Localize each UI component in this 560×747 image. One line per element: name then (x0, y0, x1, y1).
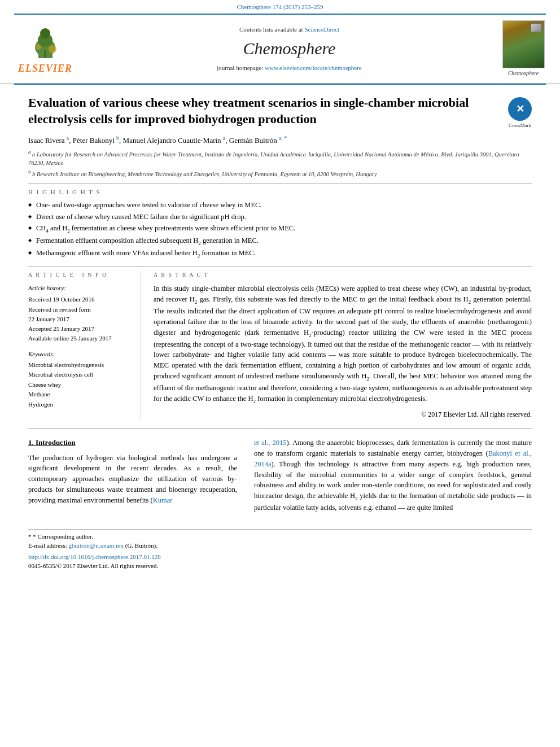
svg-point-3 (40, 28, 50, 38)
intro-left-text: The production of hydrogen via biologica… (28, 453, 237, 506)
keywords-section: Keywords: Microbial electrohydrogenesis … (28, 350, 133, 409)
keyword-item: Methane (28, 390, 133, 399)
article-body: A R T I C L E I N F O Article history: R… (28, 271, 532, 419)
highlights-list: ◆One- and two-stage approaches were test… (28, 200, 532, 259)
corresponding-note: * * Corresponding author. (28, 532, 532, 541)
intro-heading: 1. Introduction (28, 438, 237, 448)
divider-2 (28, 266, 532, 267)
article-history: Article history: Received 19 October 201… (28, 283, 133, 343)
ref-kumar-link[interactable]: Kumar (153, 496, 173, 504)
article-info-column: A R T I C L E I N F O Article history: R… (28, 271, 141, 419)
divider-3 (28, 428, 532, 429)
svg-point-4 (49, 45, 56, 53)
thumb-label: Chemosphere (508, 69, 539, 77)
top-bar: Chemosphere 174 (2017) 253–259 (0, 0, 560, 14)
doi-line: http://dx.doi.org/10.1016/j.chemosphere.… (28, 553, 532, 561)
journal-thumbnail: Chemosphere (501, 20, 546, 77)
journal-title: Chemosphere (243, 37, 336, 60)
intro-right-text: et al., 2015). Among the anaerobic biopr… (254, 438, 532, 513)
intro-left-column: 1. Introduction The production of hydrog… (28, 438, 237, 513)
highlight-item: ◆One- and two-stage approaches were test… (28, 200, 532, 211)
abstract-text: In this study single-chamber microbial e… (154, 283, 532, 405)
main-content: ✕ CrossMark Evaluation of various cheese… (0, 85, 560, 579)
elsevier-label: ELSEVIER (18, 62, 72, 76)
highlights-section: H I G H L I G H T S ◆One- and two-stage … (28, 188, 532, 260)
keyword-item: Hydrogen (28, 400, 133, 409)
highlights-heading: H I G H L I G H T S (28, 188, 532, 196)
introduction-section: 1. Introduction The production of hydrog… (28, 438, 532, 513)
keyword-item: Microbial electrolysis cell (28, 370, 133, 379)
abstract-column: A B S T R A C T In this study single-cha… (154, 271, 532, 419)
science-direct-link[interactable]: ScienceDirect (304, 26, 339, 33)
divider-1 (28, 183, 532, 184)
keyword-item: Cheese whey (28, 381, 133, 389)
article-title: Evaluation of various cheese whey treatm… (28, 95, 532, 127)
elsevier-tree-icon (21, 22, 69, 60)
journal-ref: Chemosphere 174 (2017) 253–259 (237, 3, 323, 10)
intro-right-column: et al., 2015). Among the anaerobic biopr… (254, 438, 532, 513)
elsevier-logo: ELSEVIER (14, 22, 76, 76)
journal-center: Contents lists available at ScienceDirec… (86, 25, 492, 73)
doi-link[interactable]: http://dx.doi.org/10.1016/j.chemosphere.… (28, 553, 161, 560)
highlight-item: ◆Fermentation effluent composition affec… (28, 236, 532, 247)
article-info-heading: A R T I C L E I N F O (28, 271, 133, 279)
science-direct-line: Contents lists available at ScienceDirec… (239, 25, 339, 34)
copyright-line: © 2017 Elsevier Ltd. All rights reserved… (154, 410, 532, 420)
homepage-url-link[interactable]: www.elsevier.com/locate/chemosphere (265, 64, 362, 71)
issn-line: 0045-6535/© 2017 Elsevier Ltd. All right… (28, 562, 532, 570)
authors-line: Isaac Rivera a, Péter Bakonyi b, Manuel … (28, 134, 532, 146)
ref-etal-link[interactable]: et al., 2015 (254, 439, 287, 447)
highlight-item: ◆Methanogenic effluent with more VFAs in… (28, 248, 532, 259)
footnotes-section: * * Corresponding author. E-mail address… (28, 529, 532, 571)
affiliations: a a Laboratory for Research on Advanced … (28, 148, 532, 178)
highlight-item: ◆CH4 and H2 fermentation as cheese whey … (28, 224, 532, 234)
svg-point-5 (36, 44, 41, 50)
crossmark-badge: ✕ CrossMark (508, 97, 532, 129)
abstract-heading: A B S T R A C T (154, 271, 532, 279)
highlight-item: ◆Direct use of cheese whey caused MEC fa… (28, 212, 532, 222)
email-line: E-mail address: gbuitron@ii.unam.mx (G. … (28, 541, 532, 550)
homepage-line: journal homepage: www.elsevier.com/locat… (217, 64, 361, 72)
ref-bakonyi-link[interactable]: Bakonyi et al., 2014a (254, 449, 532, 468)
keyword-item: Microbial electrohydrogenesis (28, 361, 133, 369)
header: ELSEVIER Contents lists available at Sci… (0, 15, 560, 84)
email-link[interactable]: gbuitron@ii.unam.mx (68, 542, 124, 549)
